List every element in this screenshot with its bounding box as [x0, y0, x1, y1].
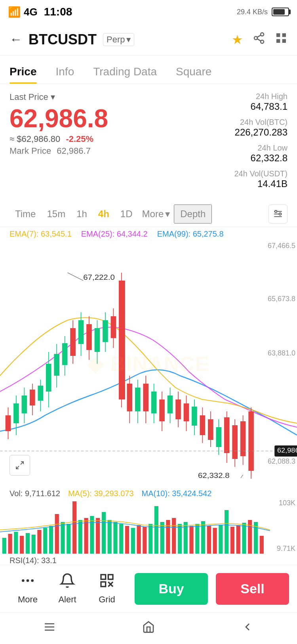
- scale-top: 67,466.5: [268, 242, 295, 250]
- svg-rect-57: [168, 396, 173, 413]
- svg-rect-73: [232, 425, 238, 459]
- tab-info[interactable]: Info: [56, 65, 74, 84]
- svg-rect-111: [154, 506, 158, 554]
- tab-trading-data[interactable]: Trading Data: [93, 65, 157, 84]
- svg-rect-67: [208, 419, 213, 440]
- network-speed: 29.4 KB/s: [237, 8, 268, 16]
- svg-rect-104: [113, 522, 117, 554]
- scale-mid3: 62,088.3: [268, 457, 295, 466]
- svg-rect-85: [2, 538, 6, 554]
- volume-indicators: Vol: 9,711.612 MA(5): 39,293.073 MA(10):…: [0, 487, 297, 498]
- last-price-label[interactable]: Last Price ▾: [10, 92, 108, 102]
- back-nav-icon[interactable]: [241, 621, 254, 636]
- svg-rect-93: [49, 526, 53, 554]
- svg-line-4: [257, 35, 261, 37]
- svg-rect-90: [32, 535, 36, 554]
- tab-square[interactable]: Square: [176, 65, 211, 84]
- svg-rect-112: [160, 522, 164, 554]
- svg-rect-59: [175, 399, 181, 419]
- more-icon: [20, 573, 36, 592]
- menu-nav-icon[interactable]: [43, 621, 56, 636]
- svg-rect-92: [43, 528, 47, 554]
- chart-settings-button[interactable]: [268, 204, 287, 224]
- svg-rect-136: [101, 582, 106, 587]
- svg-rect-35: [78, 320, 84, 344]
- scale-mid2: 63,881.0: [268, 349, 295, 357]
- usd-equiv: ≈ $62,986.80 -2.25%: [10, 134, 108, 144]
- tab-price[interactable]: Price: [10, 65, 37, 84]
- svg-point-12: [275, 210, 277, 212]
- price-left: Last Price ▾ 62,986.8 ≈ $62,986.80 -2.25…: [10, 92, 108, 156]
- svg-rect-21: [30, 390, 35, 405]
- candlestick-svg: 67,222.0: [0, 241, 297, 487]
- status-left: 📶 4G 11:08: [8, 6, 72, 18]
- expand-chart-button[interactable]: [10, 455, 30, 476]
- svg-rect-71: [224, 417, 230, 453]
- svg-rect-107: [131, 528, 135, 554]
- vol-ma5: MA(5): 39,293.073: [68, 489, 134, 498]
- dropdown-icon: ▾: [51, 92, 55, 102]
- svg-rect-103: [108, 520, 112, 554]
- ema25: EMA(25): 64,344.2: [81, 229, 148, 239]
- svg-rect-53: [151, 392, 157, 413]
- ema99: EMA(99): 65,275.8: [157, 229, 224, 239]
- svg-rect-6: [282, 33, 286, 37]
- time-button[interactable]: Time: [10, 205, 41, 223]
- scale-mid1: 65,673.8: [268, 295, 295, 303]
- depth-button[interactable]: Depth: [174, 204, 212, 224]
- layout-button[interactable]: [275, 32, 287, 48]
- svg-rect-47: [127, 384, 132, 411]
- contract-type-badge[interactable]: Perp ▾: [103, 33, 134, 46]
- svg-rect-120: [207, 526, 211, 554]
- battery-icon: [272, 8, 289, 16]
- svg-rect-98: [78, 520, 82, 554]
- svg-rect-33: [70, 328, 76, 356]
- favorite-button[interactable]: ★: [232, 32, 243, 47]
- svg-text:67,222.0: 67,222.0: [83, 273, 115, 281]
- svg-rect-121: [213, 528, 217, 554]
- sell-button[interactable]: Sell: [216, 573, 289, 605]
- rsi-label: RSI(14): 33.1: [0, 554, 297, 565]
- grid-button[interactable]: Grid: [87, 573, 127, 605]
- interval-1h[interactable]: 1h: [71, 205, 93, 223]
- status-bar: 📶 4G 11:08 29.4 KB/s: [0, 0, 297, 24]
- interval-1d[interactable]: 1D: [115, 205, 138, 223]
- svg-line-3: [257, 39, 261, 41]
- svg-rect-94: [55, 514, 59, 554]
- svg-rect-97: [72, 501, 76, 554]
- system-nav-bar: [0, 612, 297, 644]
- buy-button[interactable]: Buy: [135, 573, 208, 605]
- svg-rect-86: [8, 534, 12, 554]
- svg-rect-114: [172, 518, 176, 554]
- svg-rect-105: [119, 524, 123, 554]
- back-button[interactable]: ←: [10, 32, 22, 47]
- share-button[interactable]: [253, 32, 265, 48]
- svg-point-131: [22, 579, 25, 582]
- home-nav-icon[interactable]: [142, 621, 155, 636]
- interval-4h[interactable]: 4h: [93, 205, 115, 223]
- vol-value: Vol: 9,711.612: [10, 489, 60, 498]
- svg-rect-96: [67, 524, 70, 554]
- svg-rect-43: [111, 316, 116, 338]
- svg-point-13: [279, 213, 281, 215]
- symbol-name: BTCUSDT: [29, 31, 97, 48]
- price-section: Last Price ▾ 62,986.8 ≈ $62,986.80 -2.25…: [0, 84, 297, 201]
- svg-rect-17: [13, 403, 19, 423]
- svg-rect-89: [26, 533, 30, 554]
- svg-rect-5: [276, 33, 280, 37]
- interval-15m[interactable]: 15m: [41, 205, 71, 223]
- signal-icon: 📶: [8, 6, 21, 18]
- alert-button[interactable]: Alert: [48, 573, 87, 605]
- more-intervals-button[interactable]: More ▾: [138, 205, 174, 223]
- price-chart[interactable]: 67,466.5 65,673.8 63,881.0 62,088.3 ◆ BI…: [0, 241, 297, 487]
- mark-price: Mark Price 62,986.7: [10, 146, 108, 156]
- more-menu-button[interactable]: More: [8, 573, 48, 605]
- svg-rect-102: [102, 512, 106, 554]
- svg-rect-134: [101, 575, 106, 579]
- svg-rect-109: [143, 527, 147, 554]
- svg-rect-91: [37, 530, 41, 554]
- chevron-down-icon: ▾: [126, 34, 131, 45]
- svg-rect-87: [14, 532, 18, 554]
- vol-ma10: MA(10): 35,424.542: [142, 489, 212, 498]
- header-right: ★: [232, 32, 287, 48]
